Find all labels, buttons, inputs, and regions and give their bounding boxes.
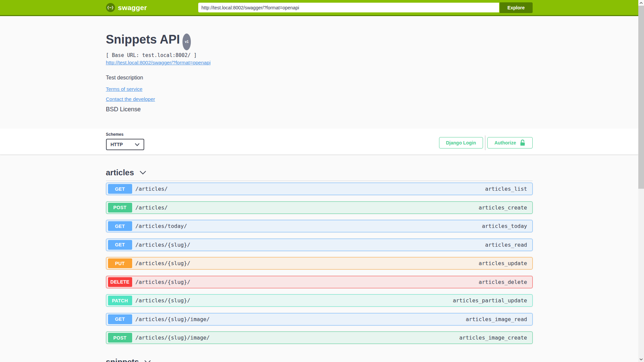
chevron-down-icon (640, 358, 643, 360)
authorize-button[interactable]: Authorize (487, 137, 533, 148)
chevron-up-icon (640, 2, 643, 4)
swagger-logo[interactable]: {⋯} swagger (106, 3, 147, 12)
vertical-scrollbar[interactable] (638, 0, 644, 362)
operation-row[interactable]: GET /articles/{slug}/image/ articles_ima… (106, 313, 533, 325)
operation-row[interactable]: DELETE /articles/{slug}/ articles_delete (106, 276, 533, 288)
scheme-container: Schemes HTTP Django Login Authorize (0, 128, 638, 155)
auth-divider (485, 135, 485, 150)
operation-id: articles_image_read (466, 316, 527, 322)
contact-developer-link[interactable]: Contact the developer (106, 96, 155, 102)
operation-path: /articles/{slug}/ (136, 260, 191, 266)
operation-path: /articles/{slug}/image/ (136, 316, 210, 322)
scrollbar-thumb[interactable] (638, 6, 644, 189)
method-badge: POST (108, 333, 132, 343)
method-badge: GET (108, 240, 132, 250)
topbar: {⋯} swagger Explore (0, 0, 638, 16)
operation-path: /articles/ (136, 186, 168, 192)
section-title: articles (106, 167, 134, 178)
operation-row[interactable]: PATCH /articles/{slug}/ articles_partial… (106, 294, 533, 307)
operation-id: articles_delete (479, 279, 527, 285)
scroll-up-button[interactable] (638, 0, 644, 6)
license-text: BSD License (106, 106, 533, 113)
schemes-label: Schemes (106, 132, 144, 137)
operation-id: articles_update (479, 260, 527, 266)
base-url: [ Base URL: test.local:8002/ ] (106, 52, 533, 58)
method-badge: GET (108, 314, 132, 324)
auth-wrapper: Django Login Authorize (439, 135, 533, 150)
operation-row[interactable]: PUT /articles/{slug}/ articles_update (106, 257, 533, 269)
chevron-down-icon (144, 360, 151, 362)
section-header[interactable]: snippets (106, 357, 533, 362)
unlock-icon (520, 139, 526, 146)
operation-path: /articles/{slug}/ (136, 279, 191, 285)
explore-button[interactable]: Explore (500, 2, 533, 13)
api-description: Test description (106, 74, 533, 81)
operation-id: articles_image_create (459, 335, 527, 341)
operation-path: /articles/ (136, 204, 168, 211)
operation-list: GET /articles/ articles_list POST /artic… (106, 181, 533, 344)
operation-path: /articles/today/ (136, 223, 187, 229)
schemes-block: Schemes HTTP (106, 132, 144, 150)
operation-row[interactable]: GET /articles/today/ articles_today (106, 220, 533, 232)
version-badge: v1 (182, 34, 191, 50)
chevron-down-icon (135, 143, 140, 146)
method-badge: DELETE (108, 277, 132, 287)
spec-link[interactable]: http://test.local:8002/swagger/?format=o… (106, 60, 211, 66)
operation-row[interactable]: GET /articles/{slug}/ articles_read (106, 239, 533, 251)
scroll-down-button[interactable] (638, 356, 644, 362)
method-badge: PATCH (108, 296, 132, 305)
section-header[interactable]: articles (106, 167, 533, 181)
api-info: Snippets APIv1 [ Base URL: test.local:80… (106, 16, 533, 128)
scheme-select[interactable]: HTTP (106, 139, 144, 150)
operation-row[interactable]: POST /articles/ articles_create (106, 201, 533, 214)
operation-id: articles_partial_update (453, 297, 527, 304)
page-title: Snippets APIv1 (106, 33, 533, 50)
api-sections: articles GET /articles/ articles_list PO… (106, 167, 533, 362)
operation-id: articles_today (482, 223, 527, 229)
section-title: snippets (106, 357, 139, 362)
operation-id: articles_list (485, 186, 527, 192)
operation-id: articles_read (485, 242, 527, 248)
operation-path: /articles/{slug}/image/ (136, 335, 210, 341)
spec-url-form: Explore (198, 2, 533, 13)
terms-of-service-link[interactable]: Terms of service (106, 86, 143, 92)
swagger-brand-text: swagger (118, 4, 147, 12)
swagger-logo-icon: {⋯} (106, 3, 115, 12)
method-badge: GET (108, 184, 132, 194)
scheme-selected-value: HTTP (111, 142, 123, 147)
method-badge: POST (108, 203, 132, 213)
api-section: articles GET /articles/ articles_list PO… (106, 167, 533, 344)
chevron-down-icon (140, 171, 146, 175)
method-badge: PUT (108, 258, 132, 268)
operation-path: /articles/{slug}/ (136, 297, 191, 304)
operation-row[interactable]: POST /articles/{slug}/image/ articles_im… (106, 331, 533, 344)
django-login-button[interactable]: Django Login (439, 137, 483, 148)
operation-id: articles_create (479, 204, 527, 211)
api-section: snippets GET /snippets/ snippets_list (106, 357, 533, 362)
method-badge: GET (108, 221, 132, 231)
operation-row[interactable]: GET /articles/ articles_list (106, 183, 533, 195)
operation-path: /articles/{slug}/ (136, 242, 191, 248)
spec-url-input[interactable] (198, 3, 499, 12)
